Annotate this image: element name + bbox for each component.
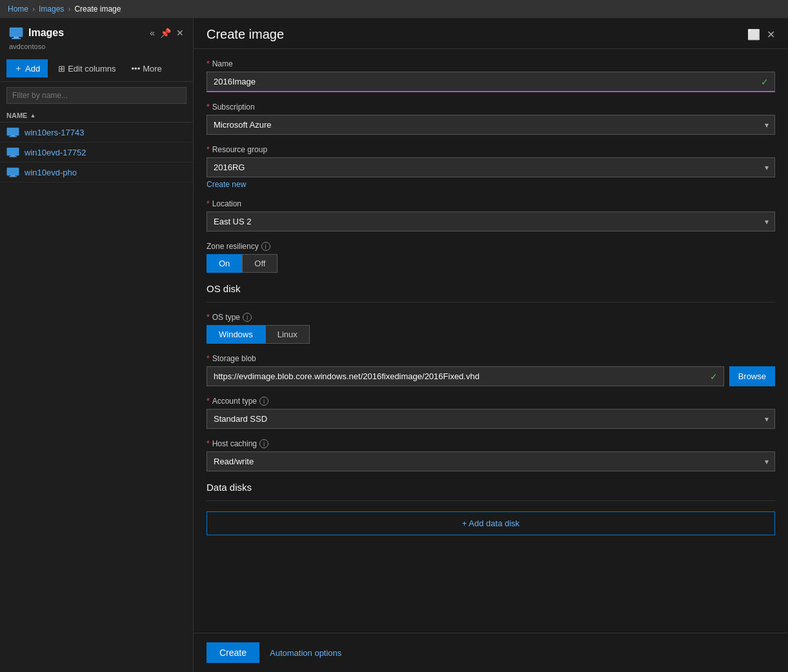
breadcrumb-sep-1: › [32, 5, 35, 14]
os-info-icon[interactable]: i [243, 313, 252, 322]
add-label: Add [25, 64, 40, 74]
zone-info-icon[interactable]: i [261, 242, 270, 251]
main-panel: Create image ⬜ ✕ * Name ✓ [194, 18, 788, 672]
name-input-wrap: ✓ [207, 72, 775, 92]
vm-icon-3 [6, 167, 19, 177]
edit-columns-button[interactable]: ⊞ Edit columns [53, 61, 121, 77]
maximize-icon[interactable]: ⬜ [747, 28, 760, 41]
breadcrumb-sep-2: › [68, 5, 70, 14]
top-bar: Home › Images › Create image [0, 0, 788, 18]
rg-label: * Resource group [207, 145, 775, 154]
add-button[interactable]: ＋ Add [6, 59, 48, 77]
sidebar-icon-group: « 📌 ✕ [150, 28, 184, 38]
location-group: * Location East US 2 ▾ [207, 199, 775, 232]
storage-blob-input-wrap: ✓ [207, 366, 724, 386]
account-type-select-wrap: Standard SSD ▾ [207, 409, 775, 429]
breadcrumb-current: Create image [74, 5, 121, 14]
vm-icon-1 [6, 127, 19, 137]
cache-info-icon[interactable]: i [259, 439, 268, 448]
os-disk-divider [207, 302, 775, 302]
more-label: More [143, 64, 162, 74]
list-header: NAME ▲ [0, 109, 193, 123]
subscription-select[interactable]: Microsoft Azure [207, 115, 775, 135]
subscription-label-text: Subscription [212, 103, 255, 112]
zone-label: Zone resiliency i [207, 242, 775, 251]
os-linux-button[interactable]: Linux [265, 325, 310, 344]
os-type-label-text: OS type [212, 313, 240, 322]
svg-rect-2 [12, 38, 21, 39]
location-select[interactable]: East US 2 [207, 212, 775, 232]
os-required: * [207, 313, 210, 322]
close-sidebar-icon[interactable]: ✕ [176, 28, 184, 38]
rg-label-text: Resource group [212, 145, 267, 154]
location-label-text: Location [212, 199, 241, 208]
host-caching-select[interactable]: Read/write [207, 451, 775, 471]
pin-icon[interactable]: 📌 [160, 28, 171, 38]
sidebar: Images « 📌 ✕ avdcontoso ＋ Add ⊞ Edit col… [0, 18, 194, 672]
sidebar-title-icon [9, 26, 23, 40]
close-panel-icon[interactable]: ✕ [767, 28, 775, 41]
cache-required: * [207, 439, 210, 448]
more-button[interactable]: ••• More [126, 61, 167, 77]
panel-title: Create image [207, 27, 284, 42]
storage-blob-input[interactable] [207, 366, 724, 386]
name-label: * Name [207, 59, 775, 68]
zone-on-button[interactable]: On [207, 254, 242, 273]
images-link[interactable]: Images [39, 5, 64, 14]
rg-select-wrap: 2016RG ▾ [207, 157, 775, 177]
rg-select[interactable]: 2016RG [207, 157, 775, 177]
acct-required: * [207, 397, 210, 406]
list-item[interactable]: win10evd-17752 [0, 143, 193, 163]
more-dots-icon: ••• [132, 64, 141, 74]
list-item-label-2: win10evd-17752 [25, 148, 86, 157]
vm-icon-2 [6, 147, 19, 157]
storage-blob-label: * Storage blob [207, 354, 775, 363]
storage-blob-label-text: Storage blob [212, 354, 256, 363]
svg-rect-6 [7, 148, 19, 155]
create-new-link[interactable]: Create new [207, 180, 246, 189]
name-input[interactable] [207, 72, 775, 92]
data-disks-divider [207, 500, 775, 501]
name-label-text: Name [212, 59, 233, 68]
svg-rect-10 [11, 175, 15, 176]
list-item-label-1: win10ers-17743 [25, 128, 85, 137]
os-type-label: * OS type i [207, 313, 775, 322]
os-windows-button[interactable]: Windows [207, 325, 265, 344]
automation-options-link[interactable]: Automation options [270, 648, 341, 658]
host-caching-group: * Host caching i Read/write ▾ [207, 439, 775, 471]
svg-rect-9 [7, 168, 19, 175]
list-item[interactable]: win10evd-pho [0, 163, 193, 183]
sidebar-title-row: Images [9, 26, 64, 40]
blob-required: * [207, 354, 210, 363]
os-type-group: * OS type i Windows Linux [207, 313, 775, 344]
filter-input[interactable] [6, 87, 187, 104]
host-caching-label-text: Host caching [212, 439, 257, 448]
columns-icon: ⊞ [58, 64, 65, 74]
browse-button[interactable]: Browse [729, 366, 775, 386]
name-check-icon: ✓ [761, 77, 769, 87]
collapse-icon[interactable]: « [150, 28, 155, 38]
resource-group-group: * Resource group 2016RG ▾ Create new [207, 145, 775, 189]
loc-required: * [207, 199, 210, 208]
storage-blob-row: ✓ Browse [207, 366, 775, 386]
home-link[interactable]: Home [8, 5, 28, 14]
account-type-label: * Account type i [207, 397, 775, 406]
acct-info-icon[interactable]: i [259, 397, 268, 406]
host-caching-label: * Host caching i [207, 439, 775, 448]
rg-required: * [207, 145, 210, 154]
svg-rect-8 [9, 156, 17, 157]
host-caching-select-wrap: Read/write ▾ [207, 451, 775, 471]
list-item-label-3: win10evd-pho [25, 168, 77, 177]
subscription-label: * Subscription [207, 103, 775, 112]
account-type-select[interactable]: Standard SSD [207, 409, 775, 429]
create-button[interactable]: Create [207, 642, 259, 663]
svg-rect-5 [9, 136, 17, 137]
sidebar-toolbar: ＋ Add ⊞ Edit columns ••• More [0, 55, 193, 82]
list-item[interactable]: win10ers-17743 [0, 123, 193, 143]
panel-content: * Name ✓ * Subscription Microsoft Azure [194, 49, 788, 633]
subscription-group: * Subscription Microsoft Azure ▾ [207, 103, 775, 135]
add-data-disk-button[interactable]: + Add data disk [207, 511, 775, 535]
sidebar-subtitle: avdcontoso [0, 43, 193, 55]
panel-header: Create image ⬜ ✕ [194, 18, 788, 49]
zone-off-button[interactable]: Off [242, 254, 278, 273]
